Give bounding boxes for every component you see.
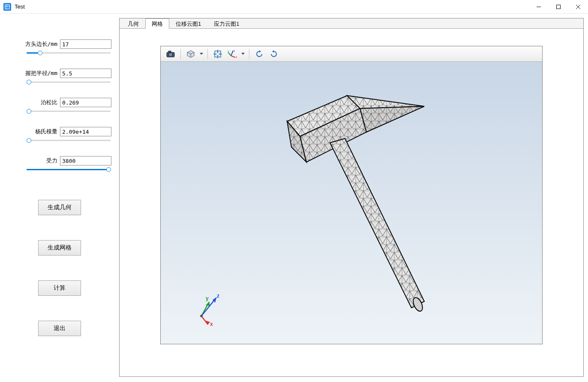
svg-marker-21 bbox=[215, 53, 216, 55]
svg-line-45 bbox=[201, 316, 208, 325]
axis-z-label: z bbox=[217, 293, 219, 299]
svg-point-51 bbox=[200, 315, 203, 317]
view-cube-icon[interactable] bbox=[184, 48, 197, 60]
param-row-grip-radius: 握把半径/mm bbox=[8, 69, 111, 78]
svg-marker-19 bbox=[217, 51, 219, 53]
svg-line-23 bbox=[231, 56, 235, 57]
app-icon bbox=[3, 3, 11, 11]
axes-icon[interactable]: xyz bbox=[226, 48, 239, 60]
param-row-force: 受力 bbox=[8, 156, 111, 165]
poisson-input[interactable] bbox=[60, 98, 111, 107]
head-length-slider[interactable] bbox=[8, 50, 111, 57]
param-label: 握把半径/mm bbox=[8, 69, 60, 77]
svg-marker-20 bbox=[217, 55, 219, 57]
svg-text:z: z bbox=[234, 50, 235, 52]
viewport-3d[interactable]: x y z bbox=[161, 62, 542, 344]
generate-geometry-button[interactable]: 生成几何 bbox=[38, 200, 81, 215]
tab-mesh[interactable]: 网格 bbox=[145, 18, 169, 29]
param-row-young-modulus: 杨氏模量 bbox=[8, 127, 111, 136]
minimize-button[interactable] bbox=[529, 0, 549, 14]
titlebar: Test bbox=[0, 0, 588, 14]
axis-y-label: y bbox=[206, 295, 209, 301]
young-modulus-input[interactable] bbox=[60, 127, 111, 136]
exit-button[interactable]: 退出 bbox=[38, 321, 81, 336]
tab-geometry[interactable]: 几何 bbox=[121, 18, 145, 29]
maximize-button[interactable] bbox=[549, 0, 568, 14]
view-cube-dropdown[interactable] bbox=[199, 53, 204, 55]
svg-marker-30 bbox=[259, 50, 261, 53]
close-button[interactable] bbox=[568, 0, 588, 14]
tab-displacement-contour[interactable]: 位移云图1 bbox=[169, 18, 207, 29]
compute-button[interactable]: 计算 bbox=[38, 280, 81, 296]
hammer-mesh bbox=[240, 83, 463, 323]
axes-dropdown[interactable] bbox=[240, 53, 246, 55]
svg-rect-0 bbox=[5, 5, 9, 9]
svg-text:x: x bbox=[236, 55, 237, 58]
svg-marker-31 bbox=[272, 50, 274, 53]
poisson-slider[interactable] bbox=[8, 108, 111, 116]
svg-marker-41 bbox=[360, 106, 424, 132]
button-column: 生成几何 生成网格 计算 退出 bbox=[8, 200, 111, 336]
sidebar: 方头边长/mm 握把半径/mm 泊松比 杨氏模量 bbox=[0, 14, 119, 382]
svg-marker-22 bbox=[219, 53, 220, 55]
rotate-ccw-icon[interactable] bbox=[253, 48, 266, 60]
viewport-toolbar: xyz bbox=[161, 46, 542, 62]
svg-line-25 bbox=[228, 53, 231, 56]
svg-marker-43 bbox=[330, 138, 424, 308]
svg-rect-4 bbox=[557, 5, 561, 9]
fit-view-icon[interactable] bbox=[211, 48, 224, 60]
young-modulus-slider[interactable] bbox=[8, 137, 111, 145]
svg-line-27 bbox=[231, 51, 233, 56]
main-area: 方头边长/mm 握把半径/mm 泊松比 杨氏模量 bbox=[0, 14, 588, 382]
tab-stress-contour[interactable]: 应力云图1 bbox=[207, 18, 246, 29]
grip-radius-slider[interactable] bbox=[8, 79, 111, 87]
force-slider[interactable] bbox=[8, 166, 111, 174]
axis-x-label: x bbox=[210, 321, 213, 327]
svg-text:y: y bbox=[228, 50, 229, 53]
toolbar-separator bbox=[180, 49, 181, 59]
camera-icon[interactable] bbox=[164, 48, 177, 60]
svg-marker-13 bbox=[200, 53, 203, 55]
generate-mesh-button[interactable]: 生成网格 bbox=[38, 240, 81, 256]
tab-body: xyz bbox=[120, 29, 583, 376]
viewport-frame: xyz bbox=[160, 46, 543, 344]
axis-gizmo: x y z bbox=[193, 292, 223, 327]
window-title: Test bbox=[15, 3, 25, 10]
toolbar-separator bbox=[207, 49, 208, 59]
param-label: 杨氏模量 bbox=[8, 128, 60, 135]
svg-marker-29 bbox=[241, 53, 245, 55]
head-length-input[interactable] bbox=[60, 39, 111, 49]
tab-bar: 几何 网格 位移云图1 应力云图1 bbox=[120, 18, 583, 29]
param-label: 方头边长/mm bbox=[8, 40, 60, 48]
toolbar-separator bbox=[249, 49, 249, 59]
svg-rect-10 bbox=[168, 51, 171, 52]
param-label: 受力 bbox=[8, 157, 60, 165]
rotate-cw-icon[interactable] bbox=[267, 48, 280, 60]
grip-radius-input[interactable] bbox=[60, 69, 111, 78]
svg-point-9 bbox=[170, 54, 171, 55]
content-panel: 几何 网格 位移云图1 应力云图1 bbox=[119, 18, 584, 377]
force-input[interactable] bbox=[60, 156, 111, 165]
param-row-poisson: 泊松比 bbox=[8, 98, 111, 107]
param-row-head-length: 方头边长/mm bbox=[8, 39, 111, 49]
param-label: 泊松比 bbox=[8, 99, 60, 106]
